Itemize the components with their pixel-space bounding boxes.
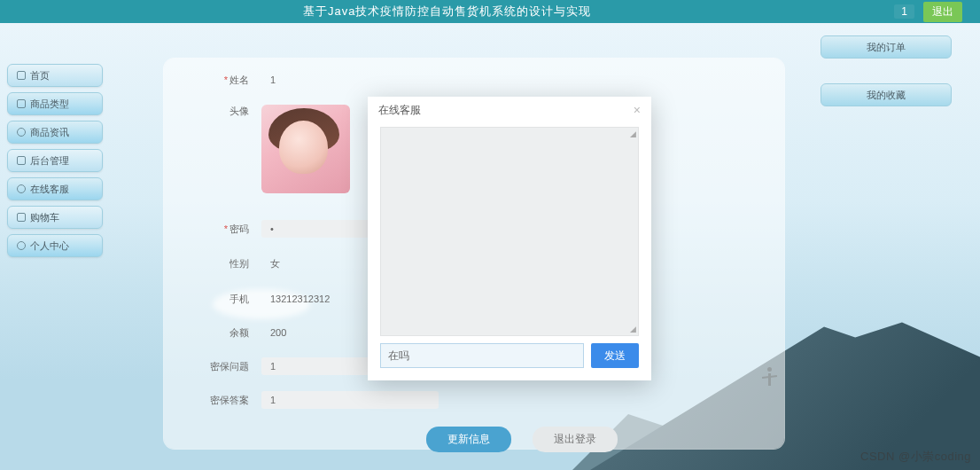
logout-button[interactable]: 退出登录 (533, 427, 618, 452)
right-pill-label: 我的收藏 (867, 89, 906, 102)
modal-footer: 发送 (368, 343, 651, 380)
modal-title: 在线客服 (378, 103, 421, 118)
secq-label: 密保问题 (196, 360, 249, 373)
chat-modal: 在线客服 × ◢ ◢ 发送 (368, 97, 651, 380)
sidebar-item-label: 在线客服 (30, 183, 69, 196)
password-label: 密码 (196, 223, 249, 236)
sidebar-item-admin[interactable]: 后台管理 (7, 149, 103, 172)
page-title: 基于Java技术疫情防控自动售货机系统的设计与实现 (0, 4, 894, 20)
my-orders-button[interactable]: 我的订单 (821, 35, 952, 59)
avatar-label: 头像 (196, 105, 249, 118)
watermark: CSDN @小崇coding (860, 449, 971, 465)
chat-input[interactable] (380, 343, 584, 368)
sidebar-item-cart[interactable]: 购物车 (7, 206, 103, 229)
background-scene: 首页 商品类型 商品资讯 后台管理 在线客服 购物车 个人中心 我的订单 (0, 23, 980, 470)
send-button[interactable]: 发送 (591, 343, 639, 368)
seca-label: 密保答案 (196, 394, 249, 407)
modal-body[interactable]: ◢ ◢ (380, 127, 639, 336)
sidebar-item-info[interactable]: 商品资讯 (7, 121, 103, 144)
right-pill-label: 我的订单 (867, 41, 906, 54)
save-button[interactable]: 更新信息 (426, 427, 511, 452)
nickname-value[interactable]: 1 (261, 71, 439, 89)
cart-icon (17, 213, 26, 222)
topbar-badge[interactable]: 1 (894, 4, 914, 19)
sidebar-item-label: 后台管理 (30, 154, 69, 168)
topbar-right: 1 退出 (894, 2, 980, 22)
nickname-label: 姓名 (196, 74, 249, 87)
category-icon (17, 99, 26, 108)
topbar: 基于Java技术疫情防控自动售货机系统的设计与实现 1 退出 (0, 0, 980, 23)
phone-label: 手机 (196, 293, 249, 306)
home-icon (17, 71, 26, 80)
modal-header: 在线客服 × (368, 97, 651, 123)
sidebar-item-label: 首页 (30, 69, 50, 82)
avatar[interactable] (261, 105, 350, 193)
sidebar-item-home[interactable]: 首页 (7, 64, 103, 87)
resize-icon: ◢ (630, 129, 636, 138)
resize-icon[interactable]: ◢ (630, 325, 636, 333)
sidebar-item-label: 购物车 (30, 211, 59, 224)
sidebar-item-user[interactable]: 个人中心 (7, 234, 103, 257)
sidebar-item-label: 商品类型 (30, 98, 69, 111)
service-icon (17, 184, 26, 193)
exit-button[interactable]: 退出 (923, 2, 962, 22)
admin-icon (17, 156, 26, 165)
seca-value[interactable]: 1 (261, 391, 439, 409)
sidebar: 首页 商品类型 商品资讯 后台管理 在线客服 购物车 个人中心 (7, 64, 103, 257)
user-icon (17, 241, 26, 250)
right-pills: 我的订单 我的收藏 (821, 35, 952, 106)
info-icon (17, 128, 26, 137)
my-favorites-button[interactable]: 我的收藏 (821, 83, 952, 106)
sidebar-item-service[interactable]: 在线客服 (7, 177, 103, 200)
form-actions: 更新信息 退出登录 (196, 427, 752, 452)
sidebar-item-label: 商品资讯 (30, 126, 69, 139)
sidebar-item-category[interactable]: 商品类型 (7, 92, 103, 115)
balance-label: 余额 (196, 326, 249, 340)
gender-label: 性别 (196, 257, 249, 270)
close-icon[interactable]: × (634, 104, 641, 116)
sidebar-item-label: 个人中心 (30, 239, 69, 253)
